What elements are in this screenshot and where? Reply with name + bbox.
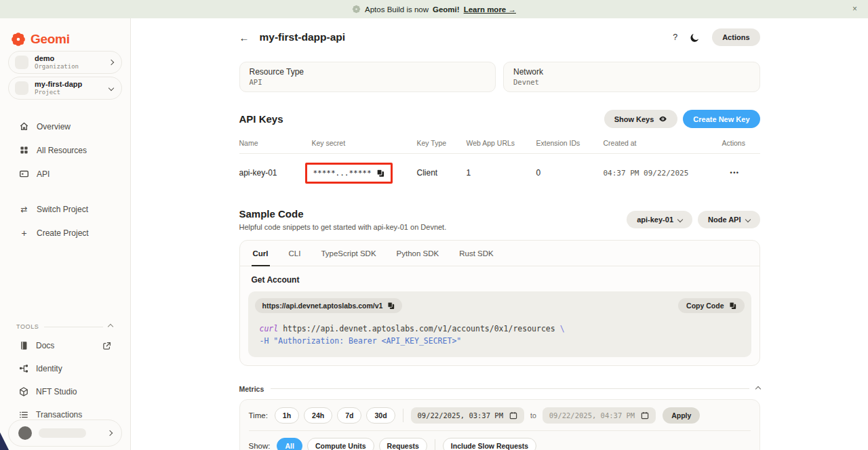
sidebar-item-api[interactable]: API	[8, 162, 122, 186]
tab-typescript-sdk[interactable]: TypeScript SDK	[319, 241, 377, 266]
api-select-dropdown[interactable]: Node API	[698, 211, 760, 228]
identity-nodes-icon	[19, 364, 28, 373]
dark-mode-moon-icon[interactable]	[690, 33, 700, 43]
endpoint-url-pill[interactable]: https://api.devnet.aptoslabs.com/v1	[255, 298, 403, 313]
network-card: Network Devnet	[503, 62, 760, 92]
sidebar-item-label: All Resources	[37, 146, 87, 155]
switch-project-button[interactable]: ⇄ Switch Project	[8, 198, 122, 221]
sidebar-item-nft-studio[interactable]: NFT Studio	[8, 380, 122, 403]
chevron-right-icon	[107, 430, 113, 436]
date-from-input[interactable]: 09/22/2025, 03:37 PM	[411, 407, 524, 424]
code-tabs: Curl CLI TypeScript SDK Python SDK Rust …	[240, 241, 760, 266]
chevron-down-icon	[745, 217, 750, 222]
range-30d-button[interactable]: 30d	[366, 407, 395, 424]
flower-icon	[352, 5, 361, 14]
column-header: Key secret	[312, 139, 417, 147]
sidebar-item-label: Docs	[36, 341, 102, 350]
help-button[interactable]: ?	[673, 33, 677, 42]
sidebar-action-label: Switch Project	[37, 205, 88, 214]
info-card-label: Resource Type	[250, 67, 486, 77]
sidebar-item-identity[interactable]: Identity	[8, 357, 122, 380]
home-icon	[19, 121, 29, 131]
copy-icon	[729, 302, 736, 310]
sidebar-item-overview[interactable]: Overview	[8, 115, 122, 138]
sample-code-subtitle: Helpful code snippets to get started wit…	[239, 223, 447, 231]
include-slow-requests-toggle[interactable]: Include Slow Requests	[443, 438, 536, 450]
column-header: Created at	[604, 139, 722, 147]
actions-button[interactable]: Actions	[712, 28, 760, 46]
switch-arrows-icon: ⇄	[19, 205, 29, 214]
back-button[interactable]: ←	[239, 32, 257, 43]
metrics-filter-card: Time: 1h 24h 7d 30d 09/22/2025, 03:37 PM…	[239, 399, 760, 450]
key-select-dropdown[interactable]: api-key-01	[627, 211, 692, 228]
tab-rust-sdk[interactable]: Rust SDK	[458, 241, 495, 266]
web-app-urls-count: 1	[467, 168, 536, 178]
user-account-card[interactable]	[8, 420, 122, 447]
sidebar-item-docs[interactable]: Docs	[8, 334, 122, 357]
sidebar-item-label: Transactions	[36, 410, 111, 420]
copy-icon[interactable]	[387, 302, 395, 310]
book-icon	[19, 341, 28, 350]
create-project-button[interactable]: + Create Project	[8, 221, 122, 245]
key-secret-highlighted[interactable]: *****...*****	[305, 163, 393, 184]
range-24h-button[interactable]: 24h	[304, 407, 332, 424]
banner-text: Aptos Build is now	[365, 5, 429, 14]
divider	[44, 327, 103, 327]
banner-learn-more-link[interactable]: Learn more →	[464, 5, 516, 14]
apply-button[interactable]: Apply	[663, 407, 700, 424]
org-switcher[interactable]: demo Organization	[8, 51, 122, 74]
copy-code-button[interactable]: Copy Code	[678, 298, 744, 313]
project-switcher[interactable]: my-first-dapp Project	[8, 77, 122, 100]
column-header: Key Type	[417, 139, 467, 147]
api-keys-title: API Keys	[239, 113, 283, 125]
chevron-down-icon	[108, 85, 114, 91]
column-header: Actions	[722, 139, 763, 147]
date-to-input[interactable]: 09/22/2025, 04:37 PM	[542, 407, 656, 424]
snippet-title: Get Account	[240, 266, 760, 285]
calendar-icon[interactable]	[641, 411, 649, 420]
sample-code-panel: Curl CLI TypeScript SDK Python SDK Rust …	[239, 240, 760, 366]
tab-curl[interactable]: Curl	[252, 241, 270, 266]
list-icon	[19, 410, 28, 420]
api-card-icon	[19, 169, 29, 179]
tab-cli[interactable]: CLI	[288, 241, 302, 266]
calendar-icon[interactable]	[509, 411, 517, 420]
sidebar-action-label: Create Project	[37, 228, 89, 238]
banner-brand: Geomi!	[433, 5, 460, 14]
chevron-down-icon	[677, 217, 683, 222]
show-keys-button[interactable]: Show Keys	[604, 110, 678, 128]
banner-close-icon[interactable]: ×	[852, 4, 857, 14]
table-row: api-key-01 *****...***** Client 1 0 04:3…	[239, 154, 760, 192]
extension-ids-count: 0	[536, 168, 604, 178]
cube-icon	[19, 387, 28, 396]
created-at: 04:37 PM 09/22/2025	[604, 169, 722, 178]
key-name: api-key-01	[239, 168, 312, 178]
sidebar: Geomi demo Organization my-first-dapp Pr…	[0, 18, 131, 450]
range-1h-button[interactable]: 1h	[275, 407, 299, 424]
filter-requests-button[interactable]: Requests	[379, 438, 427, 450]
external-link-icon	[102, 342, 111, 350]
filter-all-button[interactable]: All	[277, 438, 302, 450]
filter-compute-units-button[interactable]: Compute Units	[307, 438, 374, 450]
row-actions-menu-button[interactable]: •••	[730, 169, 760, 176]
copy-icon[interactable]	[376, 169, 384, 178]
range-7d-button[interactable]: 7d	[337, 407, 361, 424]
sidebar-item-all-resources[interactable]: All Resources	[8, 138, 122, 162]
logo[interactable]: Geomi	[8, 26, 122, 48]
divider	[435, 439, 435, 450]
divider	[271, 388, 749, 389]
eye-icon	[658, 115, 667, 123]
key-type: Client	[417, 168, 467, 178]
api-keys-table-header: Name Key secret Key Type Web App URLs Ex…	[239, 139, 760, 154]
info-card-value: API	[250, 78, 486, 86]
create-new-key-button[interactable]: Create New Key	[683, 110, 760, 128]
metrics-section-header[interactable]: Metrics	[239, 385, 760, 393]
tab-python-sdk[interactable]: Python SDK	[395, 241, 441, 266]
info-card-label: Network	[513, 67, 750, 77]
to-label: to	[530, 411, 536, 420]
sidebar-item-label: API	[37, 169, 50, 179]
tools-label: TOOLS	[16, 323, 39, 330]
project-name: my-first-dapp	[35, 80, 103, 89]
sidebar-item-label: Identity	[36, 364, 111, 373]
tools-section-header[interactable]: TOOLS	[8, 323, 122, 330]
